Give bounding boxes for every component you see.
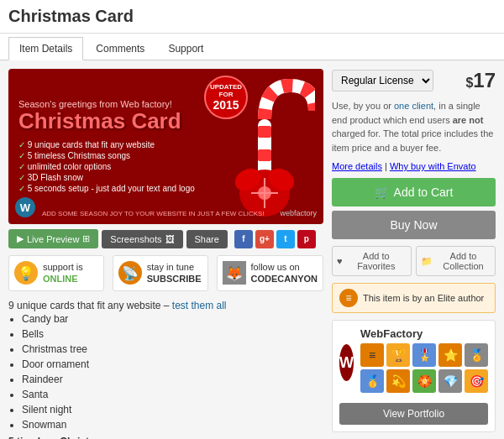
add-collection-button[interactable]: 📁 Add to Collection — [416, 246, 496, 276]
author-name: WebFactory — [360, 327, 488, 340]
description: 9 unique cards that fit any website – te… — [8, 300, 323, 439]
add-favorites-button[interactable]: ♥ Add to Favorites — [332, 246, 412, 276]
elite-icon: ≡ — [339, 289, 358, 307]
tabs-bar: Item Details Comments Support — [0, 34, 504, 60]
play-icon: ▶ — [17, 233, 24, 244]
badge-5: 🏅 — [465, 343, 488, 367]
pinterest-icon[interactable]: p — [297, 230, 316, 248]
test-link[interactable]: test them all — [172, 300, 227, 311]
support-status: 💡 support is ONLINE — [8, 255, 104, 291]
price-symbol: $ — [465, 76, 473, 90]
badge-1: ≡ — [360, 343, 384, 367]
screenshots-label: Screenshots — [110, 234, 161, 244]
desc-intro: 9 unique cards that fit any website – — [8, 300, 169, 311]
favorites-label: Add to Favorites — [346, 251, 407, 271]
badge-10: 🎯 — [465, 369, 488, 393]
one-client-link[interactable]: one client — [394, 101, 433, 111]
banner-slogan: ADD SOME SEASON JOY TO YOUR WEBSITE IN J… — [42, 210, 265, 217]
banner-features: 9 unique cards that fit any website 5 ti… — [18, 139, 313, 194]
tab-support[interactable]: Support — [157, 37, 214, 60]
left-panel: Season's greetings from Web factory! Chr… — [8, 69, 323, 439]
support-text: support is ONLINE — [43, 261, 83, 285]
tab-comments[interactable]: Comments — [85, 37, 155, 60]
product-banner: Season's greetings from Web factory! Chr… — [8, 69, 323, 224]
subscribe-info: 📡 stay in tune SUBSCRIBE — [113, 255, 208, 291]
price-value: 17 — [473, 69, 496, 91]
info-strip: 💡 support is ONLINE 📡 stay in tune SUBSC… — [8, 255, 323, 291]
list-item: Candy bar — [22, 311, 323, 327]
add-to-cart-button[interactable]: 🛒 Add to Cart — [332, 178, 496, 206]
updated-badge: UPDATED FOR 2015 — [204, 76, 248, 119]
tab-item-details[interactable]: Item Details — [8, 37, 83, 60]
items-list: Candy bar Bells Christmas tree Door orna… — [8, 311, 323, 432]
collection-row: ♥ Add to Favorites 📁 Add to Collection — [332, 246, 496, 276]
why-envato-link[interactable]: Why buy with Envato — [390, 161, 476, 171]
author-avatar: W — [339, 344, 354, 381]
follow-info: 🦊 follow us on CODECANYON — [217, 255, 323, 291]
badge-6: 🥇 — [360, 369, 384, 393]
list-item: Raindeer — [22, 372, 323, 387]
rss-icon: 📡 — [118, 261, 142, 285]
badge-grid: ≡ 🏆 🎖️ ⭐ 🏅 🥇 💫 🏵️ 💎 🎯 — [360, 343, 488, 393]
wordpress-logo: W — [15, 197, 35, 217]
price-display: $17 — [465, 69, 496, 92]
list-item: Christmas tree — [22, 342, 323, 357]
list-item: Silent night — [22, 402, 323, 417]
author-section: W WebFactory ≡ 🏆 🎖️ ⭐ 🏅 🥇 💫 🏵️ 💎 � — [332, 320, 496, 432]
support-icon: 💡 — [14, 261, 38, 285]
facebook-icon[interactable]: f — [234, 230, 253, 248]
view-portfolio-button[interactable]: View Portfolio — [339, 403, 488, 425]
screenshots-button[interactable]: Screenshots 🖼 — [102, 230, 182, 248]
badge-year: 2015 — [213, 98, 239, 112]
subscribe-label: SUBSCRIBE — [147, 274, 202, 284]
badge-9: 💎 — [438, 369, 462, 393]
live-preview-label: Live Preview — [27, 234, 79, 244]
cart-icon: 🛒 — [375, 186, 389, 199]
codecanyon-label: CODECANYON — [251, 274, 318, 284]
stay-tune: stay in tune — [147, 262, 194, 272]
elite-text: This item is by an Elite author — [363, 293, 484, 303]
support-online: ONLINE — [43, 274, 78, 284]
songs-header: 5 timeless Christmas songs — [8, 436, 142, 439]
subscribe-text: stay in tune SUBSCRIBE — [147, 261, 202, 285]
live-preview-button[interactable]: ▶ Live Preview ⊞ — [8, 229, 98, 248]
badge-2: 🏆 — [386, 343, 410, 367]
webfactory-label: webfactory — [280, 209, 317, 217]
page-title: Christmas Card — [0, 0, 504, 34]
badge-4: ⭐ — [438, 343, 462, 367]
banner-title: Christmas Card — [18, 109, 313, 133]
banner-text: Season's greetings from Web factory! Chr… — [18, 99, 313, 195]
license-description: Use, by you or one client, in a single e… — [332, 99, 496, 154]
feature-5: 5 seconds setup - just add your text and… — [18, 183, 313, 194]
right-panel: Regular License $17 Use, by you or one c… — [332, 69, 496, 439]
follow-text: follow us on CODECANYON — [251, 261, 318, 285]
license-row: Regular License $17 — [332, 69, 496, 92]
badge-line1: UPDATED FOR — [206, 83, 246, 98]
action-bar: ▶ Live Preview ⊞ Screenshots 🖼 Share f g… — [8, 229, 323, 248]
folder-icon: 📁 — [421, 256, 433, 267]
list-item: Bells — [22, 327, 323, 342]
share-label: Share — [195, 234, 219, 244]
feature-4: 3D Flash snow — [18, 172, 313, 183]
social-icons: f g+ t p — [234, 230, 316, 248]
list-item: Santa — [22, 387, 323, 402]
collection-label: Add to Collection — [436, 251, 491, 271]
add-to-cart-label: Add to Cart — [394, 186, 454, 199]
grid-icon: ⊞ — [82, 233, 90, 244]
license-select[interactable]: Regular License — [332, 70, 433, 91]
share-button[interactable]: Share — [186, 230, 228, 248]
elite-badge: ≡ This item is by an Elite author — [332, 283, 496, 313]
more-details-link[interactable]: More details — [332, 161, 382, 171]
support-status-text: support is — [43, 262, 83, 272]
banner-subtitle: Season's greetings from Web factory! — [18, 99, 313, 109]
badge-8: 🏵️ — [412, 369, 436, 393]
twitter-icon[interactable]: t — [276, 230, 295, 248]
feature-3: unlimited color options — [18, 161, 313, 172]
feature-1: 9 unique cards that fit any website — [18, 139, 313, 150]
buy-now-button[interactable]: Buy Now — [332, 211, 496, 239]
follow-label: follow us on — [251, 262, 300, 272]
list-item: Door ornament — [22, 357, 323, 372]
googleplus-icon[interactable]: g+ — [255, 230, 274, 248]
list-item: Snowman — [22, 417, 323, 432]
heart-icon: ♥ — [337, 256, 343, 266]
